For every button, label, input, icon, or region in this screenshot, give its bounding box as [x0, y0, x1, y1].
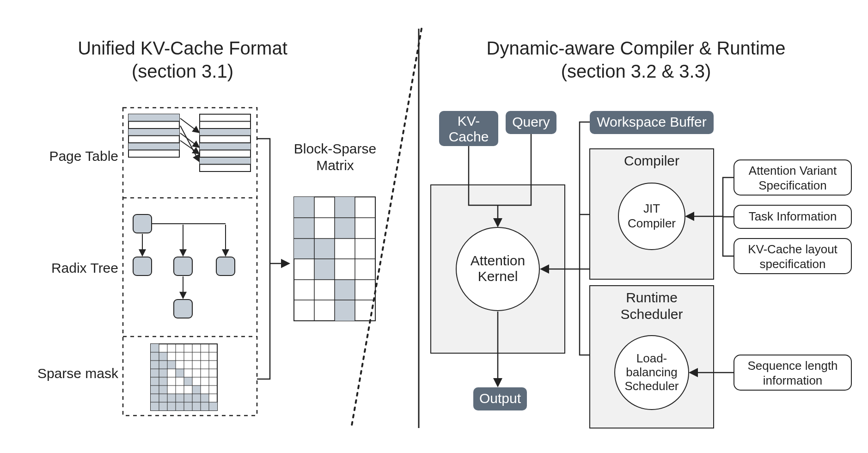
page-table-label: Page Table — [49, 148, 118, 164]
svg-rect-10 — [200, 129, 251, 136]
block-sparse-matrix — [294, 197, 375, 321]
right-title-line1: Dynamic-aware Compiler & Runtime — [487, 38, 786, 58]
compiler-inputs-bracket — [723, 178, 734, 256]
lb-text1: Load- — [636, 351, 667, 365]
svg-rect-12 — [200, 157, 251, 165]
svg-line-21 — [180, 126, 199, 161]
svg-rect-11 — [200, 143, 251, 150]
svg-rect-26 — [133, 257, 152, 275]
block-sparse-label2: Matrix — [316, 158, 354, 173]
radix-tree-label: Radix Tree — [51, 260, 118, 275]
seqlen-text1: Sequence length — [747, 359, 837, 373]
svg-rect-28 — [216, 257, 235, 275]
attn-variant-text1: Attention Variant — [749, 164, 837, 178]
compiler-label: Compiler — [624, 153, 679, 168]
lb-text3: Scheduler — [624, 379, 679, 393]
svg-rect-37 — [192, 386, 201, 394]
kvlayout-text2: specification — [759, 257, 825, 271]
left-title-line2: (section 3.1) — [132, 61, 233, 81]
svg-rect-1 — [128, 114, 179, 122]
left-bracket — [257, 139, 288, 379]
jit-text1: JIT — [643, 202, 660, 215]
svg-rect-33 — [159, 352, 167, 410]
left-title-line1: Unified KV-Cache Format — [78, 38, 287, 58]
svg-line-22 — [180, 133, 199, 147]
svg-rect-36 — [184, 377, 192, 386]
svg-rect-55 — [294, 197, 314, 259]
attn-variant-text2: Specification — [758, 178, 826, 192]
svg-rect-25 — [133, 214, 152, 233]
attention-text2: Kernel — [478, 269, 518, 284]
sparse-mask-panel: Sparse mask — [37, 344, 217, 410]
svg-rect-34 — [167, 361, 176, 369]
workspace-buffer-connector — [580, 122, 590, 355]
task-info-text: Task Information — [749, 209, 837, 223]
right-title-line2: (section 3.2 & 3.3) — [561, 61, 711, 81]
output-text: Output — [479, 391, 521, 406]
kv-cache-text1: KV- — [458, 113, 480, 129]
workspace-buffer-text: Workspace Buffer — [597, 114, 706, 129]
svg-rect-35 — [176, 369, 184, 377]
runtime-label1: Runtime — [626, 290, 678, 305]
block-sparse-label1: Block-Sparse — [294, 141, 376, 156]
jit-text2: Compiler — [628, 216, 676, 230]
runtime-label2: Scheduler — [620, 306, 683, 322]
kv-cache-text2: Cache — [449, 129, 489, 144]
svg-rect-27 — [174, 257, 192, 275]
svg-rect-3 — [128, 143, 179, 150]
query-text: Query — [512, 114, 550, 129]
attention-text1: Attention — [471, 253, 525, 268]
lb-text2: balancing — [626, 365, 677, 379]
svg-rect-2 — [128, 129, 179, 136]
sparse-mask-label: Sparse mask — [37, 366, 119, 381]
seqlen-text2: information — [763, 373, 823, 387]
kvlayout-text1: KV-Cache layout — [748, 242, 837, 256]
svg-rect-29 — [174, 300, 192, 318]
page-table-panel: Page Table — [49, 114, 251, 171]
radix-tree-panel: Radix Tree — [51, 214, 235, 318]
svg-rect-38 — [167, 394, 209, 402]
